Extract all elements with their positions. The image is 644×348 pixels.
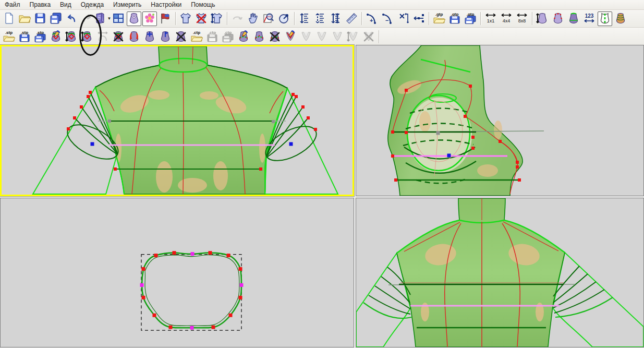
- control-point-red[interactable]: [405, 89, 408, 92]
- control-point-red[interactable]: [89, 91, 92, 94]
- zoom-window-button[interactable]: [261, 11, 276, 26]
- control-point-red[interactable]: [291, 93, 295, 96]
- control-point-red[interactable]: [307, 116, 310, 119]
- sleeves-delete-button[interactable]: [174, 29, 188, 44]
- menu-measure[interactable]: Измерить: [108, 1, 146, 9]
- control-point-red[interactable]: [169, 326, 173, 329]
- control-point-blue[interactable]: [289, 142, 293, 146]
- menu-edit[interactable]: Правка: [25, 1, 56, 9]
- sleeves-show-button[interactable]: [127, 29, 141, 44]
- window-layout-button[interactable]: [111, 11, 126, 26]
- control-point-red[interactable]: [229, 314, 233, 317]
- control-point-red[interactable]: [80, 105, 83, 109]
- measurements-123-button[interactable]: 123: [582, 11, 597, 26]
- control-point-red[interactable]: [153, 314, 156, 317]
- control-point-red[interactable]: [212, 326, 215, 329]
- control-point-magenta[interactable]: [190, 326, 194, 330]
- control-point-red[interactable]: [73, 116, 76, 119]
- control-point-red[interactable]: [499, 140, 502, 143]
- control-point-red[interactable]: [516, 161, 519, 164]
- control-point-red[interactable]: [173, 251, 176, 255]
- control-point-red[interactable]: [405, 131, 408, 134]
- ctp-open-button[interactable]: .ctp: [189, 29, 204, 44]
- curve-add-point-button[interactable]: +: [364, 11, 379, 26]
- stp-save-button[interactable]: .stp: [17, 29, 32, 44]
- stp-open-button[interactable]: .stp: [2, 29, 16, 44]
- section-outline-mode-button[interactable]: [598, 11, 612, 26]
- control-point-red[interactable]: [516, 165, 519, 169]
- control-point-red[interactable]: [239, 296, 242, 299]
- dimension-vertical-button[interactable]: [297, 11, 312, 26]
- curve-remove-point-button[interactable]: −: [380, 11, 395, 26]
- menu-settings[interactable]: Настройки: [146, 1, 186, 9]
- figure-corset-button[interactable]: [613, 11, 628, 26]
- control-point-blue[interactable]: [447, 154, 451, 158]
- control-point-magenta[interactable]: [140, 283, 144, 287]
- control-point-red[interactable]: [142, 296, 145, 299]
- control-point-red[interactable]: [391, 154, 394, 158]
- undo-button[interactable]: [64, 11, 79, 26]
- skirt-section-button[interactable]: [252, 29, 266, 44]
- control-point-red[interactable]: [391, 130, 394, 134]
- control-point-red[interactable]: [67, 127, 70, 130]
- section-height-button[interactable]: [80, 29, 94, 44]
- control-point-red[interactable]: [471, 147, 475, 150]
- ruler-measure-button[interactable]: [344, 11, 359, 26]
- control-point-red[interactable]: [239, 267, 242, 271]
- zoom-extents-button[interactable]: [277, 11, 291, 26]
- pan-view-button[interactable]: [246, 11, 260, 26]
- save-project-button[interactable]: [48, 11, 63, 26]
- step-1x1-button[interactable]: 1x1: [483, 11, 498, 26]
- front-view-pane[interactable]: [0, 45, 354, 196]
- back-view-pane[interactable]: [356, 198, 644, 347]
- skirt-edit-button[interactable]: [236, 29, 251, 44]
- curve-tangents-button[interactable]: [411, 11, 426, 26]
- control-point-red[interactable]: [259, 167, 262, 171]
- open-file-button[interactable]: [17, 11, 32, 26]
- garment-delete-button[interactable]: [194, 11, 209, 26]
- section-measure-button[interactable]: [64, 29, 79, 44]
- control-point-red[interactable]: [301, 105, 305, 109]
- figure-dark-button[interactable]: [566, 11, 581, 26]
- menu-garment[interactable]: Одежда: [76, 1, 108, 9]
- control-point-red[interactable]: [518, 178, 521, 182]
- control-point-red[interactable]: [394, 178, 397, 182]
- gtp-open-button[interactable]: .gtp: [432, 11, 446, 26]
- menu-file[interactable]: Файл: [0, 1, 25, 9]
- dimension-vertical-double-button[interactable]: [329, 11, 343, 26]
- control-point-red[interactable]: [295, 95, 298, 98]
- section-editor-pane[interactable]: [0, 198, 354, 347]
- section-delete-button[interactable]: [111, 29, 126, 44]
- history-list-button[interactable]: ▼: [95, 11, 110, 26]
- gtp-save-button[interactable]: .gtp: [447, 11, 462, 26]
- side-view-pane[interactable]: [356, 45, 644, 196]
- control-point-red[interactable]: [87, 95, 90, 98]
- dimension-vertical-dashed-button[interactable]: [313, 11, 327, 26]
- control-point-red[interactable]: [471, 136, 475, 139]
- control-point-magenta[interactable]: [191, 252, 195, 256]
- sleeves-adjust-button[interactable]: [142, 29, 157, 44]
- mannequin-preview-button[interactable]: [127, 11, 141, 26]
- skirt-delete-button[interactable]: [268, 29, 282, 44]
- control-point-red[interactable]: [142, 267, 145, 271]
- stp-save-as-button[interactable]: .stp: [33, 29, 47, 44]
- texture-flower-button[interactable]: [142, 11, 157, 26]
- point-coordinates-button[interactable]: [396, 11, 410, 26]
- figure-height-measure-button[interactable]: [535, 11, 550, 26]
- menu-help[interactable]: Помощь: [186, 1, 220, 9]
- gtp-save-all-button[interactable]: .gtp: [463, 11, 478, 26]
- control-point-blue[interactable]: [91, 142, 94, 146]
- control-point-red[interactable]: [114, 167, 117, 171]
- control-point-red[interactable]: [209, 251, 212, 255]
- sleeves-pin-button[interactable]: [158, 29, 173, 44]
- control-point-red[interactable]: [469, 85, 472, 88]
- collar-edit-button[interactable]: [283, 29, 298, 44]
- figure-control-points-button[interactable]: [551, 11, 565, 26]
- step-8x8-button[interactable]: 8x8: [515, 11, 529, 26]
- garment-show-button[interactable]: [178, 11, 193, 26]
- save-file-button[interactable]: [33, 11, 47, 26]
- garment-measure-button[interactable]: [210, 11, 224, 26]
- control-point-red[interactable]: [464, 115, 467, 118]
- control-point-red[interactable]: [154, 254, 158, 257]
- section-edit-button[interactable]: [48, 29, 63, 44]
